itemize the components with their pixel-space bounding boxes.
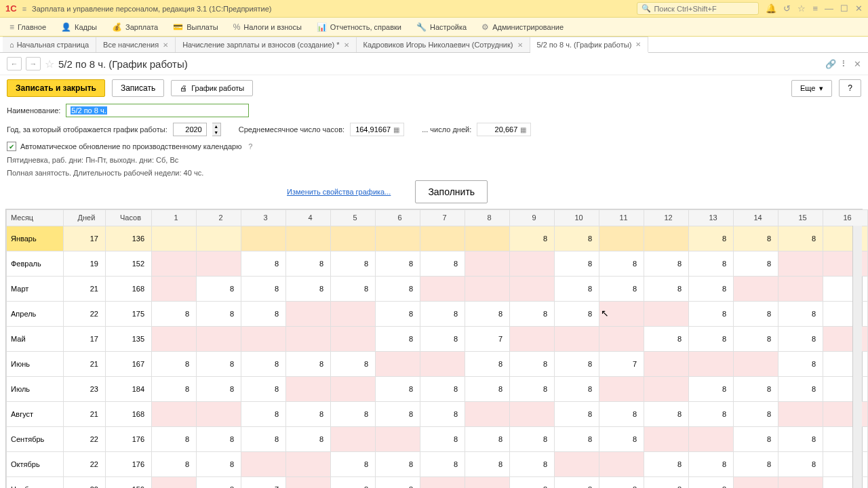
cell-day[interactable]: 8 <box>465 376 510 401</box>
tab-close-icon[interactable]: ✕ <box>635 41 641 48</box>
cell-day[interactable]: 8 <box>197 376 241 401</box>
cell-day[interactable]: 8 <box>599 251 644 276</box>
cell-day[interactable] <box>599 301 644 326</box>
calc-icon[interactable]: ▦ <box>393 126 399 134</box>
cell-day[interactable] <box>152 476 197 488</box>
cell-day[interactable]: 8 <box>778 351 823 376</box>
cell-day[interactable] <box>376 351 420 376</box>
cell-day[interactable]: 8 <box>644 451 689 476</box>
cell-day[interactable]: 8 <box>555 426 599 451</box>
cell-day[interactable] <box>734 476 778 488</box>
cell-day[interactable] <box>644 226 689 251</box>
cell-day[interactable]: 8 <box>644 276 689 301</box>
cell-day[interactable] <box>599 451 644 476</box>
vertical-scrollbar[interactable] <box>852 226 862 488</box>
cell-day[interactable] <box>420 226 465 251</box>
cell-day[interactable] <box>465 251 510 276</box>
fill-button[interactable]: Заполнить <box>415 180 488 203</box>
cell-day[interactable]: 8 <box>197 451 241 476</box>
cell-day[interactable] <box>241 451 286 476</box>
cell-day[interactable]: 8 <box>734 226 778 251</box>
cell-day[interactable] <box>286 476 331 488</box>
cell-day[interactable]: 8 <box>555 301 599 326</box>
history-icon[interactable]: ↺ <box>783 3 791 14</box>
cell-day[interactable]: 8 <box>376 326 420 351</box>
cell-day[interactable]: 8 <box>555 251 599 276</box>
table-row[interactable]: Июнь2116788888888788 <box>7 351 868 376</box>
cell-day[interactable] <box>599 376 644 401</box>
menu-item[interactable]: %Налоги и взносы <box>226 20 309 35</box>
cell-day[interactable]: 8 <box>286 351 331 376</box>
cell-day[interactable]: 8 <box>510 376 555 401</box>
cell-day[interactable]: 8 <box>689 376 734 401</box>
table-row[interactable]: Февраль191528888888888 <box>7 251 868 276</box>
cell-day[interactable]: 8 <box>689 226 734 251</box>
save-button[interactable]: Записать <box>112 79 164 97</box>
cell-day[interactable] <box>152 276 197 301</box>
cell-day[interactable] <box>331 326 376 351</box>
cell-day[interactable] <box>644 351 689 376</box>
cell-day[interactable]: 8 <box>734 301 778 326</box>
menu-item[interactable]: ⚙Администрирование <box>475 20 570 35</box>
cell-day[interactable] <box>152 401 197 426</box>
cell-day[interactable]: 8 <box>465 351 510 376</box>
cell-day[interactable]: 8 <box>376 276 420 301</box>
cell-day[interactable]: 8 <box>241 376 286 401</box>
cell-day[interactable] <box>465 476 510 488</box>
cell-day[interactable]: 8 <box>734 326 778 351</box>
table-row[interactable]: Июль23184888888888888 <box>7 376 868 401</box>
table-row[interactable]: Ноябрь201598788888888 <box>7 476 868 488</box>
cell-day[interactable]: 8 <box>778 326 823 351</box>
settings-icon[interactable]: ≡ <box>812 3 818 14</box>
schedule-button[interactable]: 🖨График работы <box>171 80 253 96</box>
table-row[interactable]: Январь17136888888 <box>7 226 868 251</box>
search-box[interactable]: 🔍 <box>637 2 759 15</box>
cell-day[interactable] <box>644 376 689 401</box>
cell-day[interactable]: 8 <box>152 376 197 401</box>
cell-day[interactable]: 8 <box>644 251 689 276</box>
cell-day[interactable] <box>734 351 778 376</box>
cell-day[interactable]: 8 <box>420 326 465 351</box>
cell-day[interactable]: 8 <box>197 476 241 488</box>
cell-day[interactable]: 8 <box>331 401 376 426</box>
cell-day[interactable]: 8 <box>555 476 599 488</box>
cell-day[interactable]: 8 <box>152 351 197 376</box>
year-input[interactable] <box>173 123 207 136</box>
cell-day[interactable]: 8 <box>778 301 823 326</box>
cell-day[interactable] <box>197 226 241 251</box>
cell-day[interactable] <box>778 276 823 301</box>
cell-day[interactable]: 8 <box>376 451 420 476</box>
cell-day[interactable]: 8 <box>689 301 734 326</box>
change-props-link[interactable]: Изменить свойства графика... <box>287 188 391 196</box>
cell-day[interactable] <box>599 326 644 351</box>
cell-day[interactable] <box>644 301 689 326</box>
cell-day[interactable] <box>465 276 510 301</box>
cell-day[interactable] <box>376 226 420 251</box>
table-row[interactable]: Август211688888888888 <box>7 401 868 426</box>
cell-day[interactable] <box>152 226 197 251</box>
menu-icon[interactable]: ≡ <box>22 5 26 13</box>
cell-day[interactable] <box>689 426 734 451</box>
tab-close-icon[interactable]: ✕ <box>163 41 168 49</box>
cell-day[interactable] <box>286 376 331 401</box>
menu-item[interactable]: 💰Зарплата <box>105 20 165 35</box>
cell-day[interactable]: 8 <box>241 351 286 376</box>
menu-item[interactable]: 🔧Настройка <box>410 20 473 35</box>
cell-day[interactable]: 8 <box>241 251 286 276</box>
search-input[interactable] <box>654 5 754 13</box>
cell-day[interactable]: 8 <box>420 376 465 401</box>
cell-day[interactable]: 8 <box>152 301 197 326</box>
cell-day[interactable]: 8 <box>241 401 286 426</box>
cell-day[interactable]: 8 <box>197 351 241 376</box>
tab-close-icon[interactable]: ✕ <box>517 41 523 49</box>
cell-day[interactable]: 8 <box>555 401 599 426</box>
cell-day[interactable]: 8 <box>331 251 376 276</box>
cell-day[interactable] <box>331 376 376 401</box>
cell-day[interactable]: 8 <box>197 276 241 301</box>
cell-day[interactable] <box>241 326 286 351</box>
cell-day[interactable] <box>376 426 420 451</box>
cell-day[interactable] <box>465 226 510 251</box>
cell-day[interactable] <box>689 351 734 376</box>
more-button[interactable]: Еще ▾ <box>791 80 832 97</box>
help-icon[interactable]: ? <box>245 142 255 150</box>
